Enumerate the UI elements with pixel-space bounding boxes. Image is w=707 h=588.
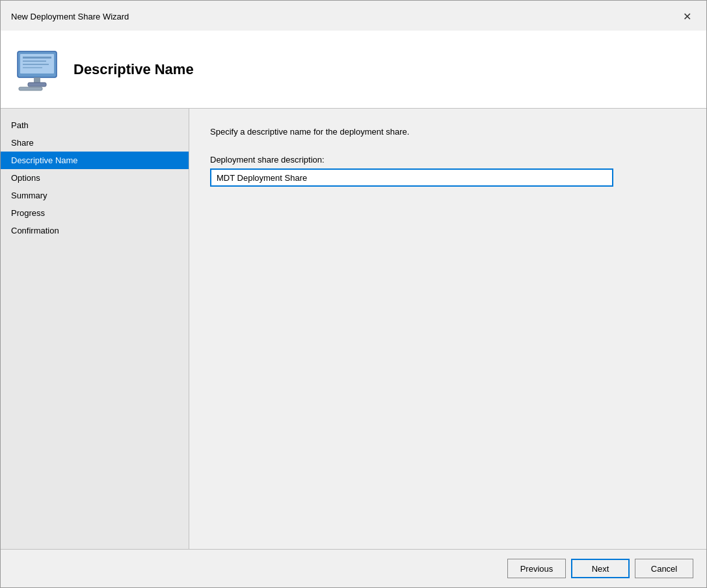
svg-rect-6 (34, 77, 40, 83)
computer-icon (14, 46, 60, 93)
field-group: Deployment share description: (210, 155, 686, 187)
window-title: New Deployment Share Wizard (11, 12, 129, 21)
svg-rect-2 (23, 57, 51, 59)
previous-button[interactable]: Previous (507, 559, 566, 578)
nav-item-summary[interactable]: Summary (1, 187, 189, 204)
instruction-text: Specify a descriptive name for the deplo… (210, 127, 686, 137)
main-content: Path Share Descriptive Name Options Summ… (1, 109, 706, 549)
title-bar: New Deployment Share Wizard ✕ (1, 1, 706, 31)
footer: Previous Next Cancel (1, 549, 706, 587)
svg-rect-3 (23, 60, 46, 62)
svg-rect-7 (28, 83, 46, 87)
nav-item-options[interactable]: Options (1, 169, 189, 187)
header-area: Descriptive Name (1, 31, 706, 109)
close-button[interactable]: ✕ (678, 7, 696, 25)
nav-item-progress[interactable]: Progress (1, 204, 189, 222)
page-title: Descriptive Name (73, 61, 194, 78)
left-nav: Path Share Descriptive Name Options Summ… (1, 109, 189, 549)
nav-item-descriptive-name[interactable]: Descriptive Name (1, 152, 189, 169)
description-input[interactable] (210, 168, 613, 187)
svg-rect-5 (23, 67, 42, 68)
nav-item-path[interactable]: Path (1, 116, 189, 134)
nav-item-confirmation[interactable]: Confirmation (1, 222, 189, 239)
cancel-button[interactable]: Cancel (635, 559, 693, 578)
wizard-dialog: New Deployment Share Wizard ✕ (0, 0, 707, 588)
svg-rect-4 (23, 64, 49, 65)
field-label: Deployment share description: (210, 155, 686, 165)
right-content: Specify a descriptive name for the deplo… (189, 109, 706, 549)
nav-item-share[interactable]: Share (1, 134, 189, 152)
svg-rect-8 (19, 87, 42, 90)
next-button[interactable]: Next (571, 559, 630, 578)
